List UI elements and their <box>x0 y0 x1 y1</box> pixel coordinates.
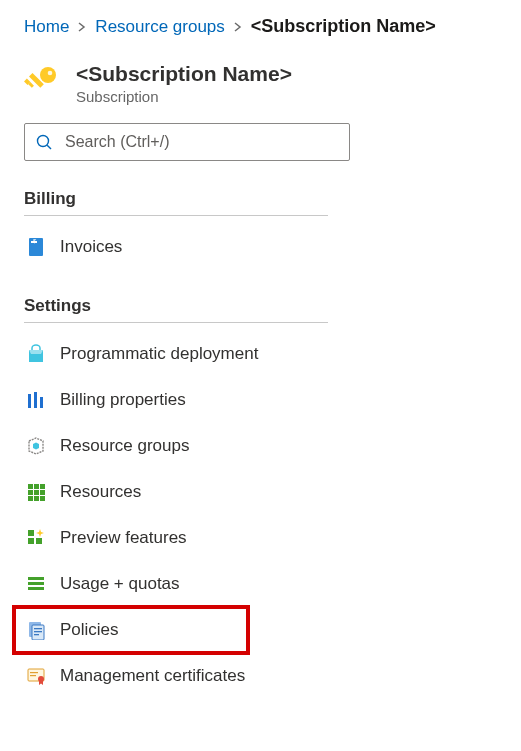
svg-rect-16 <box>28 490 33 495</box>
svg-rect-20 <box>34 496 39 501</box>
svg-point-5 <box>38 136 49 147</box>
grid-icon <box>26 482 46 502</box>
nav-item-resources[interactable]: Resources <box>24 469 330 515</box>
svg-rect-14 <box>34 484 39 489</box>
nav-item-programmatic-deployment[interactable]: Programmatic deployment <box>24 331 330 377</box>
divider <box>24 322 328 323</box>
nav-label: Billing properties <box>60 390 186 410</box>
svg-rect-30 <box>34 628 42 629</box>
nav-item-resource-groups[interactable]: Resource groups <box>24 423 330 469</box>
svg-rect-17 <box>34 490 39 495</box>
nav-label: Invoices <box>60 237 122 257</box>
bars-icon <box>26 390 46 410</box>
invoice-icon: $ <box>26 237 46 257</box>
svg-rect-18 <box>40 490 45 495</box>
certificate-icon <box>26 666 46 686</box>
svg-rect-12 <box>40 397 43 408</box>
nav-label: Usage + quotas <box>60 574 180 594</box>
svg-rect-11 <box>34 392 37 408</box>
svg-rect-26 <box>28 582 44 585</box>
nav-label: Preview features <box>60 528 187 548</box>
search-icon <box>35 133 53 151</box>
breadcrumb-home[interactable]: Home <box>24 17 69 37</box>
policy-icon <box>26 620 46 640</box>
svg-rect-27 <box>28 587 44 590</box>
section-title-settings: Settings <box>24 296 497 316</box>
list-icon <box>26 574 46 594</box>
nav-label: Management certificates <box>60 666 245 686</box>
svg-rect-34 <box>30 672 38 673</box>
nav-label: Resource groups <box>60 436 189 456</box>
nav-item-management-certificates[interactable]: Management certificates <box>24 653 330 699</box>
nav-item-policies[interactable]: Policies <box>24 607 330 653</box>
search-input-wrapper[interactable] <box>24 123 350 161</box>
svg-rect-10 <box>28 394 31 408</box>
nav-item-preview-features[interactable]: Preview features <box>24 515 330 561</box>
resource-group-icon <box>26 436 46 456</box>
svg-rect-21 <box>40 496 45 501</box>
svg-rect-19 <box>28 496 33 501</box>
nav-item-billing-properties[interactable]: Billing properties <box>24 377 330 423</box>
breadcrumb: Home Resource groups <Subscription Name> <box>24 16 497 37</box>
svg-rect-13 <box>28 484 33 489</box>
svg-rect-24 <box>28 530 34 536</box>
breadcrumb-current: <Subscription Name> <box>251 16 436 37</box>
svg-rect-29 <box>32 625 44 640</box>
chevron-right-icon <box>233 18 243 35</box>
page-subtitle: Subscription <box>76 88 292 105</box>
svg-point-0 <box>40 67 56 83</box>
page-header: <Subscription Name> Subscription <box>24 61 497 105</box>
nav-label: Resources <box>60 482 141 502</box>
svg-rect-25 <box>28 577 44 580</box>
sparkle-grid-icon <box>26 528 46 548</box>
search-input[interactable] <box>63 123 339 161</box>
breadcrumb-resource-groups[interactable]: Resource groups <box>95 17 224 37</box>
nav-label: Policies <box>60 620 119 640</box>
svg-rect-15 <box>40 484 45 489</box>
chevron-right-icon <box>77 18 87 35</box>
nav-label: Programmatic deployment <box>60 344 258 364</box>
svg-point-1 <box>48 71 53 76</box>
nav-item-invoices[interactable]: $ Invoices <box>24 224 330 270</box>
key-icon <box>24 63 60 99</box>
svg-rect-23 <box>36 538 42 544</box>
svg-rect-32 <box>34 634 39 635</box>
svg-rect-35 <box>30 675 36 676</box>
svg-rect-22 <box>28 538 34 544</box>
svg-rect-31 <box>34 631 42 632</box>
nav-item-usage-quotas[interactable]: Usage + quotas <box>24 561 330 607</box>
divider <box>24 215 328 216</box>
deployment-bag-icon <box>26 344 46 364</box>
page-title: <Subscription Name> <box>76 61 292 86</box>
section-title-billing: Billing <box>24 189 497 209</box>
svg-line-6 <box>47 145 51 149</box>
